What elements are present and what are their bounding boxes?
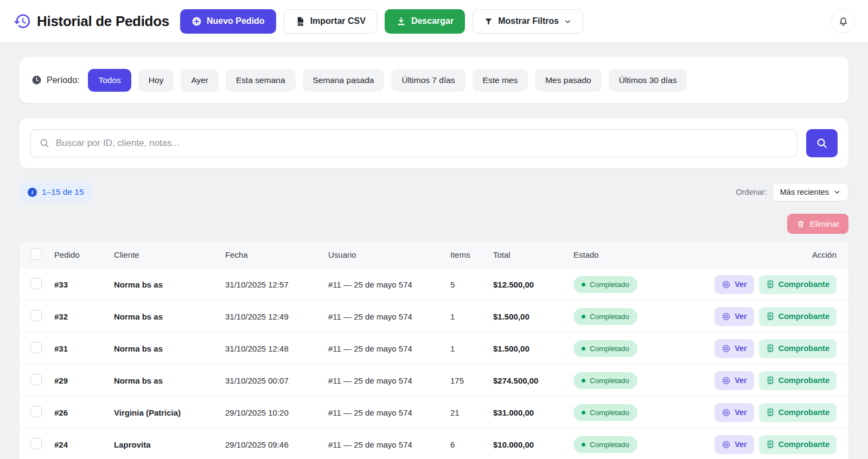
status-dot-icon — [582, 411, 585, 415]
search-input[interactable] — [30, 129, 797, 157]
col-usuario: Usuario — [328, 250, 450, 259]
period-filter-pill[interactable]: Mes pasado — [535, 69, 601, 92]
receipt-button[interactable]: Comprobante — [759, 371, 837, 390]
order-user: #11 — 25 de mayo 574 — [328, 312, 450, 321]
status-label: Completado — [590, 280, 629, 289]
clock-icon — [31, 75, 42, 85]
period-filter-pill[interactable]: Esta semana — [226, 69, 295, 92]
search-box — [30, 129, 797, 157]
view-order-button[interactable]: Ver — [714, 339, 754, 358]
eye-icon — [722, 280, 731, 289]
col-items: Items — [450, 250, 493, 259]
new-order-button[interactable]: Nuevo Pedido — [180, 9, 276, 34]
order-id: #33 — [54, 280, 114, 289]
status-label: Completado — [590, 345, 629, 353]
search-submit-button[interactable] — [806, 129, 838, 157]
actions-cell: Ver Comprobante — [714, 435, 848, 454]
select-all-checkbox[interactable] — [30, 248, 42, 260]
period-filter-pill[interactable]: Todos — [88, 69, 131, 92]
order-total: $274.500,00 — [493, 376, 573, 385]
order-user: #11 — 25 de mayo 574 — [328, 440, 450, 449]
actions-cell: Ver Comprobante — [714, 339, 848, 358]
search-icon — [816, 137, 828, 149]
receipt-button[interactable]: Comprobante — [759, 275, 837, 294]
results-count-chip: i 1–15 de 15 — [20, 182, 92, 202]
receipt-button[interactable]: Comprobante — [759, 307, 837, 326]
status-badge: Completado — [573, 308, 637, 325]
order-items: 1 — [450, 312, 493, 321]
delete-row: Eliminar — [20, 214, 848, 234]
order-date: 31/10/2025 12:49 — [225, 312, 328, 321]
client-name: Norma bs as — [114, 280, 225, 289]
view-order-button[interactable]: Ver — [714, 275, 754, 294]
col-estado: Estado — [573, 250, 812, 259]
period-filter-pill[interactable]: Hoy — [138, 69, 174, 92]
sort-wrap: Ordenar: Más recientes — [736, 183, 849, 201]
order-user: #11 — 25 de mayo 574 — [328, 280, 450, 289]
table-row: #33 Norma bs as 31/10/2025 12:57 #11 — 2… — [20, 268, 848, 300]
order-date: 31/10/2025 00:07 — [225, 376, 328, 385]
top-bar: Historial de Pedidos Nuevo Pedido CSV Im… — [0, 0, 868, 43]
order-total: $12.500,00 — [493, 280, 573, 289]
actions-cell: Ver Comprobante — [714, 403, 848, 422]
row-checkbox[interactable] — [30, 406, 42, 417]
status-cell: Completado — [573, 372, 714, 389]
eye-icon — [722, 376, 731, 385]
sort-select[interactable]: Más recientes — [773, 183, 848, 201]
download-button[interactable]: Descargar — [385, 9, 465, 34]
status-dot-icon — [582, 347, 585, 350]
status-label: Completado — [590, 441, 629, 449]
view-order-button[interactable]: Ver — [714, 307, 754, 326]
receipt-icon — [766, 280, 775, 289]
sort-value: Más recientes — [780, 188, 829, 196]
status-label: Completado — [590, 409, 629, 417]
view-order-button[interactable]: Ver — [714, 371, 754, 390]
view-order-button[interactable]: Ver — [714, 435, 754, 454]
table-row: #29 Norma bs as 31/10/2025 00:07 #11 — 2… — [20, 364, 848, 396]
chevron-down-icon — [833, 188, 841, 196]
import-csv-button[interactable]: CSV Importar CSV — [284, 9, 377, 34]
page-title: Historial de Pedidos — [37, 13, 169, 30]
file-csv-icon: CSV — [295, 16, 305, 27]
row-checkbox[interactable] — [30, 342, 42, 353]
order-total: $31.000,00 — [493, 408, 573, 417]
period-filter-pill[interactable]: Ayer — [181, 69, 219, 92]
period-label-wrap: Período: — [31, 75, 79, 85]
order-id: #26 — [54, 408, 114, 417]
row-checkbox[interactable] — [30, 278, 42, 289]
client-name: Laprovita — [114, 440, 225, 449]
row-checkbox[interactable] — [30, 438, 42, 449]
order-items: 1 — [450, 344, 493, 353]
status-cell: Completado — [573, 308, 714, 325]
order-date: 29/10/2025 10:20 — [225, 408, 328, 417]
period-filter-pill[interactable]: Últimos 30 días — [609, 69, 687, 92]
status-label: Completado — [590, 377, 629, 385]
table-row: #24 Laprovita 29/10/2025 09:46 #11 — 25 … — [20, 428, 848, 459]
receipt-button[interactable]: Comprobante — [759, 435, 837, 454]
row-checkbox[interactable] — [30, 374, 42, 385]
eye-icon — [722, 344, 731, 353]
col-cliente: Cliente — [114, 250, 225, 259]
eye-icon — [722, 440, 731, 449]
table-body: #33 Norma bs as 31/10/2025 12:57 #11 — 2… — [20, 268, 848, 459]
chevron-down-icon — [564, 17, 572, 25]
status-badge: Completado — [573, 276, 637, 293]
period-pill-list: Todos Hoy Ayer Esta semana Semana pasada… — [88, 69, 687, 92]
period-filter-pill[interactable]: Últimos 7 días — [391, 69, 465, 92]
view-order-button[interactable]: Ver — [714, 403, 754, 422]
client-name: Norma bs as — [114, 376, 225, 385]
delete-button[interactable]: Eliminar — [787, 214, 848, 234]
row-checkbox[interactable] — [30, 310, 42, 321]
order-id: #24 — [54, 440, 114, 449]
client-name: Virginia (Patricia) — [114, 408, 225, 417]
results-row: i 1–15 de 15 Ordenar: Más recientes — [20, 182, 848, 202]
show-filters-button[interactable]: Mostrar Filtros — [473, 9, 583, 34]
actions-cell: Ver Comprobante — [714, 307, 848, 326]
table-row: #32 Norma bs as 31/10/2025 12:49 #11 — 2… — [20, 300, 848, 332]
notifications-button[interactable] — [831, 9, 855, 33]
client-name: Norma bs as — [114, 344, 225, 353]
receipt-button[interactable]: Comprobante — [759, 339, 837, 358]
receipt-button[interactable]: Comprobante — [759, 403, 837, 422]
period-filter-pill[interactable]: Semana pasada — [303, 69, 385, 92]
period-filter-pill[interactable]: Este mes — [473, 69, 528, 92]
